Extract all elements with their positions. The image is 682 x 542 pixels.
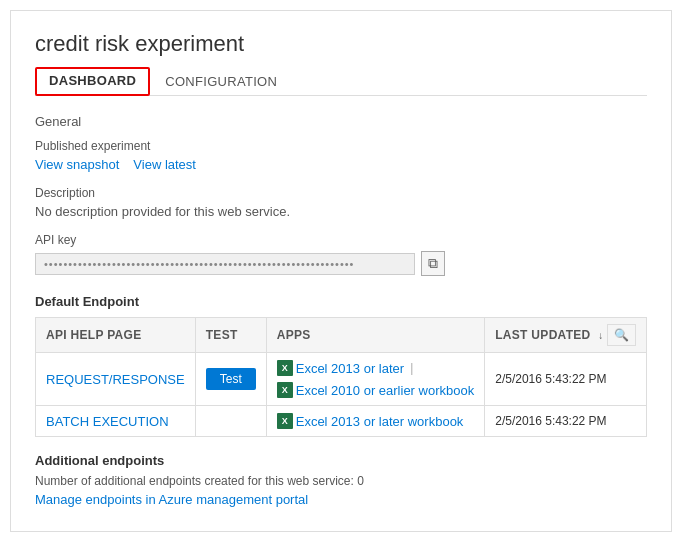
last-updated-row1: 2/5/2016 5:43:22 PM bbox=[485, 353, 647, 406]
additional-endpoints-section: Additional endpoints Number of additiona… bbox=[35, 453, 647, 507]
endpoint-table: API HELP PAGE TEST APPS LAST UPDATED ↓ 🔍 bbox=[35, 317, 647, 437]
tab-dashboard[interactable]: DASHBOARD bbox=[35, 67, 150, 96]
last-updated-label: LAST UPDATED ↓ bbox=[495, 328, 603, 342]
excel-2010-link[interactable]: Excel 2010 or earlier workbook bbox=[296, 383, 474, 398]
batch-execution-link[interactable]: BATCH EXECUTION bbox=[46, 414, 169, 429]
excel-2013-link[interactable]: Excel 2013 or later bbox=[296, 361, 404, 376]
excel-2013-group: X Excel 2013 or later bbox=[277, 360, 404, 376]
additional-endpoints-label: Additional endpoints bbox=[35, 453, 647, 468]
page-title: credit risk experiment bbox=[35, 31, 647, 57]
description-text: No description provided for this web ser… bbox=[35, 204, 647, 219]
excel-icon-2: X bbox=[277, 382, 293, 398]
description-label: Description bbox=[35, 186, 647, 200]
main-container: credit risk experiment DASHBOARD CONFIGU… bbox=[10, 10, 672, 532]
last-updated-row2: 2/5/2016 5:43:22 PM bbox=[485, 406, 647, 437]
excel-2013-batch-link[interactable]: Excel 2013 or later workbook bbox=[296, 414, 464, 429]
apps-cell-row2: X Excel 2013 or later workbook bbox=[266, 406, 484, 437]
test-button-cell-empty bbox=[195, 406, 266, 437]
apps-separator: | bbox=[410, 361, 413, 375]
request-response-link[interactable]: REQUEST/RESPONSE bbox=[46, 372, 185, 387]
table-row: BATCH EXECUTION X Excel 2013 or later wo… bbox=[36, 406, 647, 437]
excel-2013-batch-group: X Excel 2013 or later workbook bbox=[277, 413, 464, 429]
request-response-link-cell: REQUEST/RESPONSE bbox=[36, 353, 196, 406]
sort-icon: ↓ bbox=[598, 330, 603, 341]
copy-api-key-button[interactable]: ⧉ bbox=[421, 251, 445, 276]
view-snapshot-link[interactable]: View snapshot bbox=[35, 157, 119, 172]
published-experiment-label: Published experiment bbox=[35, 139, 647, 153]
api-key-row: ••••••••••••••••••••••••••••••••••••••••… bbox=[35, 251, 647, 276]
general-label: General bbox=[35, 114, 647, 129]
col-api-help-page: API HELP PAGE bbox=[36, 318, 196, 353]
col-test: TEST bbox=[195, 318, 266, 353]
batch-execution-link-cell: BATCH EXECUTION bbox=[36, 406, 196, 437]
search-button[interactable]: 🔍 bbox=[607, 324, 636, 346]
manage-endpoints-link[interactable]: Manage endpoints in Azure management por… bbox=[35, 492, 308, 507]
additional-endpoints-count: Number of additional endpoints created f… bbox=[35, 474, 647, 488]
test-button-cell: Test bbox=[195, 353, 266, 406]
excel-icon-1: X bbox=[277, 360, 293, 376]
view-latest-link[interactable]: View latest bbox=[133, 157, 196, 172]
col-apps: APPS bbox=[266, 318, 484, 353]
test-button[interactable]: Test bbox=[206, 368, 256, 390]
col-last-updated: LAST UPDATED ↓ 🔍 bbox=[485, 318, 647, 353]
tab-bar: DASHBOARD CONFIGURATION bbox=[35, 67, 647, 96]
tab-configuration[interactable]: CONFIGURATION bbox=[150, 67, 292, 96]
api-key-field: ••••••••••••••••••••••••••••••••••••••••… bbox=[35, 253, 415, 275]
excel-2010-group: X Excel 2010 or earlier workbook bbox=[277, 382, 474, 398]
table-row: REQUEST/RESPONSE Test X Excel 2013 or la… bbox=[36, 353, 647, 406]
excel-icon-3: X bbox=[277, 413, 293, 429]
api-key-label: API key bbox=[35, 233, 647, 247]
copy-icon: ⧉ bbox=[428, 255, 438, 272]
default-endpoint-label: Default Endpoint bbox=[35, 294, 647, 309]
apps-cell-row1: X Excel 2013 or later | X Excel 2010 or … bbox=[266, 353, 484, 406]
published-links: View snapshot View latest bbox=[35, 157, 647, 172]
